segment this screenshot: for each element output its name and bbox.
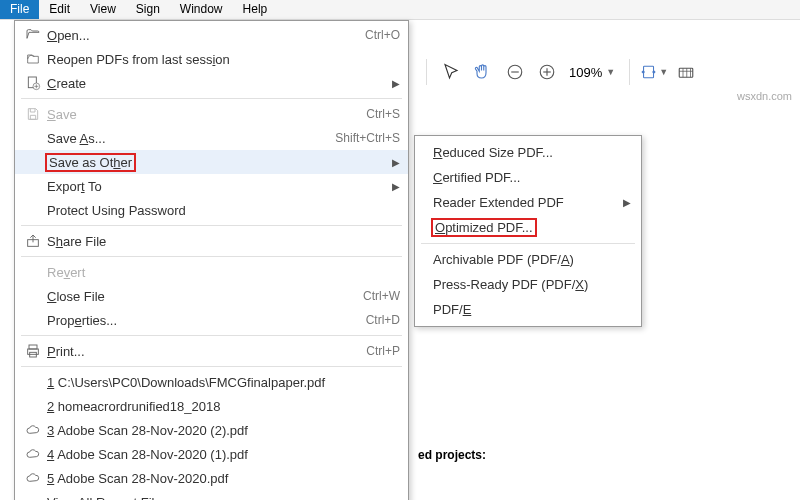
read-mode[interactable]: [672, 58, 700, 86]
submenu-optimized[interactable]: Optimized PDF...: [415, 215, 641, 240]
cloud-icon: [19, 446, 47, 462]
zoom-level[interactable]: 109% ▼: [565, 65, 619, 80]
menubar-edit[interactable]: Edit: [39, 0, 80, 19]
background-text: ed projects:: [418, 448, 486, 462]
shortcut: Ctrl+D: [366, 313, 400, 327]
zoom-out[interactable]: [501, 58, 529, 86]
label: Protect Using Password: [47, 203, 400, 218]
plus-circle-icon: [538, 63, 556, 81]
submenu-certified[interactable]: Certified PDF...: [415, 165, 641, 190]
separator: [421, 243, 635, 244]
label: Reader Extended PDF: [433, 195, 623, 210]
menubar: File Edit View Sign Window Help: [0, 0, 800, 20]
label: Revert: [47, 265, 400, 280]
menu-recent-5[interactable]: 5 Adobe Scan 28-Nov-2020.pdf: [15, 466, 408, 490]
menubar-file[interactable]: File: [0, 0, 39, 19]
menu-recent-2[interactable]: 2 homeacrordrunified18_2018: [15, 394, 408, 418]
label: Optimized PDF...: [433, 220, 631, 235]
menubar-window[interactable]: Window: [170, 0, 233, 19]
submenu-arrow-icon: ▶: [388, 78, 400, 89]
create-icon: [19, 75, 47, 91]
label: Create: [47, 76, 388, 91]
fit-icon: [640, 63, 657, 81]
submenu-pdfe[interactable]: PDF/E: [415, 297, 641, 322]
menu-create[interactable]: Create ▶: [15, 71, 408, 95]
hand-tool[interactable]: [469, 58, 497, 86]
separator: [21, 256, 402, 257]
submenu-arrow-icon: ▶: [623, 197, 631, 208]
menu-share[interactable]: Share File: [15, 229, 408, 253]
cloud-icon: [19, 422, 47, 438]
label: Share File: [47, 234, 400, 249]
submenu-reader-extended[interactable]: Reader Extended PDF ▶: [415, 190, 641, 215]
menubar-help[interactable]: Help: [233, 0, 278, 19]
separator: [21, 225, 402, 226]
reader-icon: [677, 63, 695, 81]
hand-icon: [474, 63, 492, 81]
minus-circle-icon: [506, 63, 524, 81]
svg-rect-16: [29, 345, 37, 349]
menu-close[interactable]: Close File Ctrl+W: [15, 284, 408, 308]
menu-properties[interactable]: Properties... Ctrl+D: [15, 308, 408, 332]
zoom-in[interactable]: [533, 58, 561, 86]
separator: [21, 98, 402, 99]
label: Save: [47, 107, 366, 122]
label: 5 Adobe Scan 28-Nov-2020.pdf: [47, 471, 400, 486]
shortcut: Ctrl+W: [363, 289, 400, 303]
label: Save as Other: [47, 155, 388, 170]
menu-protect[interactable]: Protect Using Password: [15, 198, 408, 222]
separator: [426, 59, 427, 85]
separator: [21, 335, 402, 336]
menu-open[interactable]: Open... Ctrl+O: [15, 23, 408, 47]
menu-save-as[interactable]: Save As... Shift+Ctrl+S: [15, 126, 408, 150]
label: Open...: [47, 28, 365, 43]
menu-print[interactable]: Print... Ctrl+P: [15, 339, 408, 363]
menu-recent-3[interactable]: 3 Adobe Scan 28-Nov-2020 (2).pdf: [15, 418, 408, 442]
label: View All Recent Files...: [47, 495, 400, 501]
shortcut: Ctrl+O: [365, 28, 400, 42]
menu-revert: Revert: [15, 260, 408, 284]
menubar-view[interactable]: View: [80, 0, 126, 19]
menu-recent-4[interactable]: 4 Adobe Scan 28-Nov-2020 (1).pdf: [15, 442, 408, 466]
menu-save: Save Ctrl+S: [15, 102, 408, 126]
label: Close File: [47, 289, 363, 304]
save-as-other-submenu: Reduced Size PDF... Certified PDF... Rea…: [414, 135, 642, 327]
menu-view-all-recent[interactable]: View All Recent Files...: [15, 490, 408, 500]
submenu-press-ready[interactable]: Press-Ready PDF (PDF/X): [415, 272, 641, 297]
label: 3 Adobe Scan 28-Nov-2020 (2).pdf: [47, 423, 400, 438]
save-icon: [19, 106, 47, 122]
menu-export-to[interactable]: Export To ▶: [15, 174, 408, 198]
share-icon: [19, 233, 47, 249]
label: Reopen PDFs from last session: [47, 52, 400, 67]
submenu-archivable[interactable]: Archivable PDF (PDF/A): [415, 247, 641, 272]
label: Reduced Size PDF...: [433, 145, 631, 160]
pointer-icon: [442, 63, 460, 81]
label: Export To: [47, 179, 388, 194]
menu-recent-1[interactable]: 1 C:\Users\PC0\Downloads\FMCGfinalpaper.…: [15, 370, 408, 394]
separator: [629, 59, 630, 85]
menubar-sign[interactable]: Sign: [126, 0, 170, 19]
watermark: wsxdn.com: [737, 90, 792, 102]
label: Properties...: [47, 313, 366, 328]
label: 1 C:\Users\PC0\Downloads\FMCGfinalpaper.…: [47, 375, 400, 390]
zoom-value: 109%: [569, 65, 602, 80]
chevron-down-icon: ▼: [659, 67, 668, 77]
shortcut: Shift+Ctrl+S: [335, 131, 400, 145]
label: Archivable PDF (PDF/A): [433, 252, 631, 267]
chevron-down-icon: ▼: [606, 67, 615, 77]
toolbar: 109% ▼ ▼: [420, 52, 700, 92]
menu-reopen[interactable]: Reopen PDFs from last session: [15, 47, 408, 71]
pointer-tool[interactable]: [437, 58, 465, 86]
submenu-arrow-icon: ▶: [388, 181, 400, 192]
label: PDF/E: [433, 302, 631, 317]
menu-save-as-other[interactable]: Save as Other ▶: [15, 150, 408, 174]
separator: [21, 366, 402, 367]
label: 2 homeacrordrunified18_2018: [47, 399, 400, 414]
label: Press-Ready PDF (PDF/X): [433, 277, 631, 292]
label: 4 Adobe Scan 28-Nov-2020 (1).pdf: [47, 447, 400, 462]
print-icon: [19, 343, 47, 359]
label: Certified PDF...: [433, 170, 631, 185]
submenu-reduced-size[interactable]: Reduced Size PDF...: [415, 140, 641, 165]
shortcut: Ctrl+S: [366, 107, 400, 121]
fit-width[interactable]: ▼: [640, 58, 668, 86]
